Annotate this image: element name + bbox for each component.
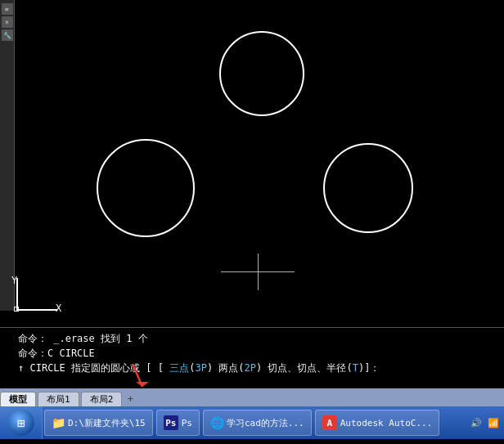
taskbar-browser-label: 学习cad的方法... [227, 417, 304, 429]
x-axis-line [16, 309, 57, 311]
taskbar-item-folder[interactable]: 📁 D:\新建文件夹\15 [44, 410, 153, 436]
command-line-2: 命令：C CIRCLE [18, 346, 501, 361]
ps-icon: Ps [164, 415, 178, 430]
toolbar-icon-2[interactable]: × [2, 16, 13, 28]
toolbar-icon-3[interactable]: 🔧 [2, 29, 13, 41]
tab-layout2[interactable]: 布局2 [81, 392, 123, 406]
taskbar-item-autocad[interactable]: A Autodesk AutoC... [315, 410, 440, 436]
prompt-bracket-open: [ [158, 362, 164, 374]
windows-logo: ⊞ [17, 415, 25, 431]
crosshair-vertical [258, 253, 259, 290]
axis-origin [14, 307, 19, 312]
taskbar-item-ps[interactable]: Ps Ps [156, 410, 200, 436]
circle-left [97, 139, 195, 237]
windows-orb: ⊞ [8, 410, 34, 436]
command-line-1: 命令： _.erase 找到 1 个 [18, 331, 501, 346]
taskbar-folder-label: D:\新建文件夹\15 [68, 417, 146, 429]
y-axis-label: Y [11, 275, 17, 286]
command-prompt-line: ↑ CIRCLE 指定圆的圆心或 [ [ 三点(3P) 两点(2P) 切点、切点… [18, 361, 501, 375]
red-arrow-indicator [124, 364, 157, 400]
system-tray: 🔊 📶 [470, 418, 504, 428]
taskbar-ps-label: Ps [182, 418, 192, 428]
taskbar-item-browser[interactable]: 🌐 学习cad的方法... [203, 410, 312, 436]
svg-marker-1 [136, 382, 149, 387]
prompt-prefix: ↑ [18, 362, 29, 374]
tray-icons: 🔊 📶 [470, 418, 499, 428]
tab-layout1[interactable]: 布局1 [38, 392, 79, 406]
left-toolbar: ≡ × 🔧 [0, 0, 15, 311]
prompt-sep1: 两点( [218, 362, 244, 374]
x-axis-label: X [56, 303, 61, 314]
taskbar-autocad-label: Autodesk AutoC... [340, 418, 433, 428]
prompt-option-3p: 三点 [169, 362, 189, 374]
cad-canvas[interactable]: ≡ × 🔧 Y X [0, 0, 504, 327]
toolbar-icon-1[interactable]: ≡ [2, 3, 13, 15]
folder-icon: 📁 [52, 416, 65, 429]
start-button[interactable]: ⊞ [0, 406, 43, 439]
browser-icon: 🌐 [210, 416, 223, 429]
tab-model[interactable]: 模型 [0, 392, 36, 406]
circle-right [323, 143, 413, 233]
circle-top [219, 31, 304, 116]
command-panel: ⁞⁞ × 🔧 命令： _.erase 找到 1 个 命令：C CIRCLE ↑ … [0, 327, 504, 388]
tab-bar: 模型 布局1 布局2 + [0, 388, 504, 406]
taskbar: ⊞ 📁 D:\新建文件夹\15 Ps Ps 🌐 学习cad的方法... A Au… [0, 406, 504, 439]
autocad-icon: A [322, 415, 337, 430]
